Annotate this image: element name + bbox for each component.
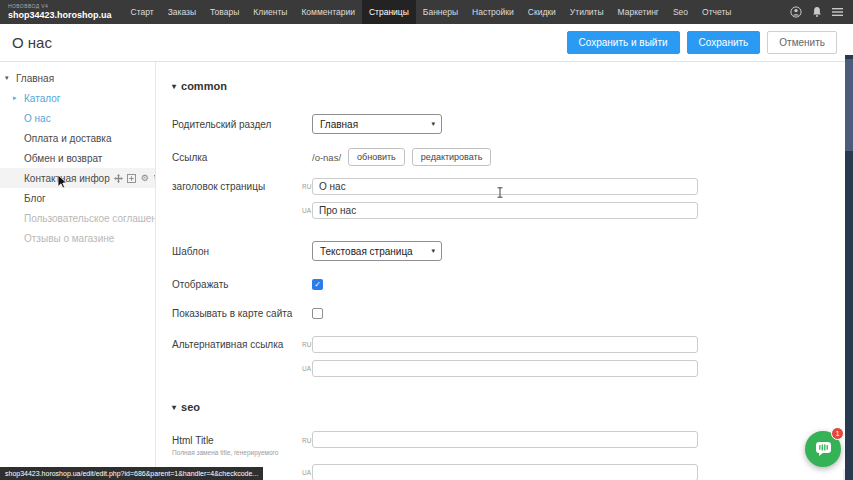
browser-status-bar: shop34423.horoshop.ua/edit/edit.php?id=6… — [0, 467, 263, 480]
header-buttons: Сохранить и выйти Сохранить Отменить — [567, 31, 838, 54]
html-title-ru-input[interactable] — [312, 431, 698, 448]
nav-item-utilities[interactable]: Утилиты — [563, 0, 611, 24]
alt-link-label: Альтернативная ссылка — [172, 338, 302, 351]
save-and-exit-button[interactable]: Сохранить и выйти — [567, 31, 680, 54]
sidebar-item-catalog[interactable]: ▸ Каталог — [0, 88, 155, 108]
sidebar-item-user-agreement[interactable]: Пользовательское соглашение — [0, 208, 155, 228]
sitemap-checkbox[interactable] — [312, 308, 323, 319]
link-label: Ссылка — [172, 151, 302, 164]
nav-item-discounts[interactable]: Скидки — [521, 0, 563, 24]
update-link-button[interactable]: обновить — [348, 148, 405, 166]
brand-domain: shop34423.horoshop.ua — [8, 10, 112, 20]
status-url: shop34423.horoshop.ua/edit/edit.php?id=6… — [5, 470, 258, 477]
trash-icon[interactable] — [153, 173, 155, 183]
lang-tag-ru: RU — [302, 437, 312, 444]
topbar-icons — [790, 0, 853, 24]
nav-item-comments[interactable]: Комментарии — [294, 0, 362, 24]
parent-section-label: Родительский раздел — [172, 118, 302, 131]
nav-item-banners[interactable]: Баннеры — [416, 0, 465, 24]
nav-item-orders[interactable]: Заказы — [161, 0, 203, 24]
alt-link-ru-row: Альтернативная ссылка RU — [172, 336, 845, 353]
alt-link-ru-input[interactable] — [312, 336, 698, 353]
section-common[interactable]: ▾ common — [172, 80, 845, 92]
display-label: Отображать — [172, 278, 302, 291]
lang-tag-ru: RU — [302, 341, 312, 348]
sidebar-item-label: Отзывы о магазине — [24, 233, 114, 244]
sitemap-row: Показывать в карте сайта — [172, 307, 845, 320]
alt-link-ua-input[interactable] — [312, 360, 698, 377]
template-row: Шаблон Текстовая страница ▾ — [172, 241, 845, 261]
chat-bubble-icon — [815, 441, 832, 457]
lang-tag-ru: RU — [302, 183, 312, 190]
chevron-down-icon: ▾ — [5, 74, 14, 82]
tree-row-actions: ⚙ — [114, 173, 155, 183]
display-row: Отображать ✓ — [172, 278, 845, 291]
page-title-ru-row: заголовок страницы RU — [172, 178, 845, 195]
sidebar-item-label: Оплата и доставка — [24, 133, 111, 144]
page-title-ru-input[interactable] — [312, 178, 698, 195]
nav-item-products[interactable]: Товары — [203, 0, 246, 24]
template-select[interactable]: Текстовая страница ▾ — [312, 241, 442, 261]
main-content: ▾ common Родительский раздел Главная ▾ С… — [157, 62, 845, 480]
sidebar-item-label: Каталог — [24, 93, 60, 104]
brand[interactable]: НОВОВВОД V4 shop34423.horoshop.ua — [0, 0, 124, 24]
page-header: О нас Сохранить и выйти Сохранить Отмени… — [0, 24, 845, 62]
html-title-label: Html Title — [172, 434, 302, 447]
html-title-ua-row: UA — [172, 464, 845, 480]
sidebar-item-blog[interactable]: Блог — [0, 188, 155, 208]
html-title-label-block: Html Title Полная замена title, генериру… — [172, 434, 302, 457]
sidebar-item-home[interactable]: ▾ Главная — [0, 68, 155, 88]
html-title-ru-row: Html Title Полная замена title, генериру… — [172, 431, 845, 457]
template-value: Текстовая страница — [320, 246, 413, 257]
sidebar-item-contact-info[interactable]: Контактная инфор ⚙ — [0, 168, 155, 188]
chat-unread-badge: 1 — [831, 427, 844, 440]
nav-item-clients[interactable]: Клиенты — [246, 0, 294, 24]
sidebar-item-label: Главная — [16, 73, 54, 84]
chevron-right-icon: ▸ — [13, 94, 22, 102]
section-common-label: common — [181, 80, 227, 92]
nav-item-pages[interactable]: Страницы — [362, 0, 416, 24]
parent-section-row: Родительский раздел Главная ▾ — [172, 114, 845, 134]
sidebar-item-payment-delivery[interactable]: Оплата и доставка — [0, 128, 155, 148]
page-title-ua-row: UA — [172, 202, 845, 219]
nav-item-marketing[interactable]: Маркетинг — [611, 0, 666, 24]
alt-link-ua-row: UA — [172, 360, 845, 377]
chevron-down-icon: ▾ — [431, 120, 435, 128]
user-account-icon[interactable] — [790, 6, 802, 18]
page-title-ua-input[interactable] — [312, 202, 698, 219]
scrollbar-thumb[interactable] — [845, 59, 853, 151]
move-icon[interactable] — [114, 173, 124, 183]
nav-item-seo[interactable]: Seo — [666, 0, 695, 24]
edit-link-button[interactable]: редактировать — [412, 148, 492, 166]
menu-hamburger-icon[interactable] — [832, 7, 843, 17]
parent-section-value: Главная — [320, 119, 358, 130]
display-checkbox[interactable]: ✓ — [312, 279, 323, 290]
parent-section-select[interactable]: Главная ▾ — [312, 114, 442, 134]
cancel-button[interactable]: Отменить — [767, 31, 837, 54]
top-nav: Старт Заказы Товары Клиенты Комментарии … — [124, 0, 739, 24]
section-seo[interactable]: ▾ seo — [172, 401, 845, 413]
sidebar-item-store-reviews[interactable]: Отзывы о магазине — [0, 228, 155, 248]
nav-item-reports[interactable]: Отчеты — [695, 0, 738, 24]
sidebar-item-label: Блог — [24, 193, 46, 204]
add-page-icon[interactable] — [127, 173, 137, 183]
bell-icon[interactable] — [811, 6, 823, 18]
chevron-down-icon: ▾ — [172, 403, 176, 412]
lang-tag-ua: UA — [302, 207, 312, 214]
chevron-down-icon: ▾ — [172, 82, 176, 91]
gear-icon[interactable]: ⚙ — [140, 173, 150, 183]
sidebar-item-about[interactable]: О нас — [0, 108, 155, 128]
top-bar: НОВОВВОД V4 shop34423.horoshop.ua Старт … — [0, 0, 853, 24]
sidebar-item-label: Пользовательское соглашение — [24, 213, 155, 224]
sidebar-item-exchange-return[interactable]: Обмен и возврат — [0, 148, 155, 168]
sitemap-label: Показывать в карте сайта — [172, 307, 302, 320]
html-title-ua-input[interactable] — [312, 464, 698, 480]
nav-item-start[interactable]: Старт — [124, 0, 161, 24]
nav-item-settings[interactable]: Настройки — [465, 0, 521, 24]
vertical-scrollbar[interactable] — [845, 55, 853, 480]
chat-widget-button[interactable]: 1 — [805, 431, 841, 467]
lang-tag-ua: UA — [302, 469, 312, 476]
sidebar-item-label: Контактная инфор — [24, 173, 110, 184]
sidebar-item-label: О нас — [24, 113, 51, 124]
save-button[interactable]: Сохранить — [687, 31, 761, 54]
